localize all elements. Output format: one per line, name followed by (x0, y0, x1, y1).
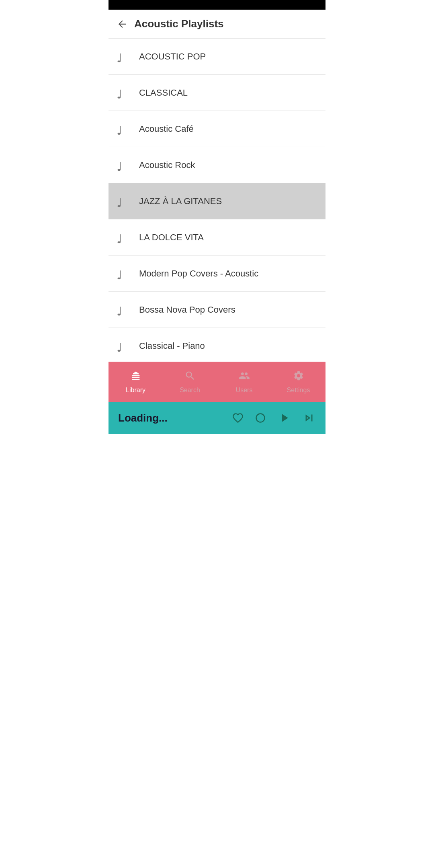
playlist-item[interactable]: LA DOLCE VITA (108, 219, 326, 256)
circle-icon (255, 412, 266, 424)
library-label: Library (126, 387, 145, 394)
player-controls (232, 411, 316, 425)
music-note-icon (117, 268, 133, 279)
back-arrow-icon (117, 18, 128, 30)
music-note-icon (117, 87, 133, 98)
music-note-icon (117, 51, 133, 62)
settings-icon (293, 370, 304, 384)
playlist-item[interactable]: CLASSICAL (108, 75, 326, 111)
heart-icon (232, 412, 244, 424)
player-bar: Loading... (108, 402, 326, 434)
music-note-icon (117, 304, 133, 315)
playlist-list: ACOUSTIC POP CLASSICAL Acoustic Café Aco… (108, 39, 326, 362)
music-note-icon (117, 196, 133, 207)
playlist-item[interactable]: JAZZ À LA GITANES (108, 183, 326, 219)
svg-point-0 (256, 414, 265, 422)
bottom-nav: Library Search Users Settings (108, 362, 326, 402)
playlist-name: Bossa Nova Pop Covers (133, 305, 235, 315)
playlist-name: JAZZ À LA GITANES (133, 196, 222, 207)
playlist-item[interactable]: Classical - Piano (108, 328, 326, 362)
playlist-item[interactable]: Bossa Nova Pop Covers (108, 292, 326, 328)
heart-button[interactable] (232, 412, 244, 424)
skip-icon (302, 411, 316, 425)
playlist-name: Modern Pop Covers - Acoustic (133, 268, 258, 279)
playlist-item[interactable]: ACOUSTIC POP (108, 39, 326, 75)
nav-item-library[interactable]: Library (108, 362, 163, 402)
playlist-name: LA DOLCE VITA (133, 232, 204, 243)
nav-item-search[interactable]: Search (163, 362, 217, 402)
playlist-name: CLASSICAL (133, 88, 188, 98)
loading-text: Loading... (118, 412, 232, 424)
status-bar (108, 0, 326, 10)
users-label: Users (236, 387, 253, 394)
playlist-name: Classical - Piano (133, 341, 205, 351)
music-note-icon (117, 232, 133, 243)
playlist-name: Acoustic Café (133, 124, 194, 134)
back-button[interactable] (117, 18, 134, 30)
nav-item-settings[interactable]: Settings (271, 362, 326, 402)
playlist-name: ACOUSTIC POP (133, 51, 206, 62)
playlist-name: Acoustic Rock (133, 160, 195, 170)
skip-button[interactable] (302, 411, 316, 425)
playlist-item[interactable]: Acoustic Rock (108, 147, 326, 183)
play-button[interactable] (277, 411, 291, 425)
music-note-icon (117, 123, 133, 135)
play-icon (277, 411, 291, 425)
music-note-icon (117, 160, 133, 171)
search-label: Search (180, 387, 200, 394)
playlist-item[interactable]: Modern Pop Covers - Acoustic (108, 256, 326, 292)
page-title: Acoustic Playlists (134, 18, 224, 30)
search-icon (184, 370, 196, 384)
playlist-item[interactable]: Acoustic Café (108, 111, 326, 147)
circle-button[interactable] (255, 412, 266, 424)
settings-label: Settings (287, 387, 310, 394)
library-icon (130, 370, 141, 384)
nav-item-users[interactable]: Users (217, 362, 271, 402)
header: Acoustic Playlists (108, 10, 326, 39)
users-icon (239, 370, 250, 384)
music-note-icon (117, 340, 133, 352)
